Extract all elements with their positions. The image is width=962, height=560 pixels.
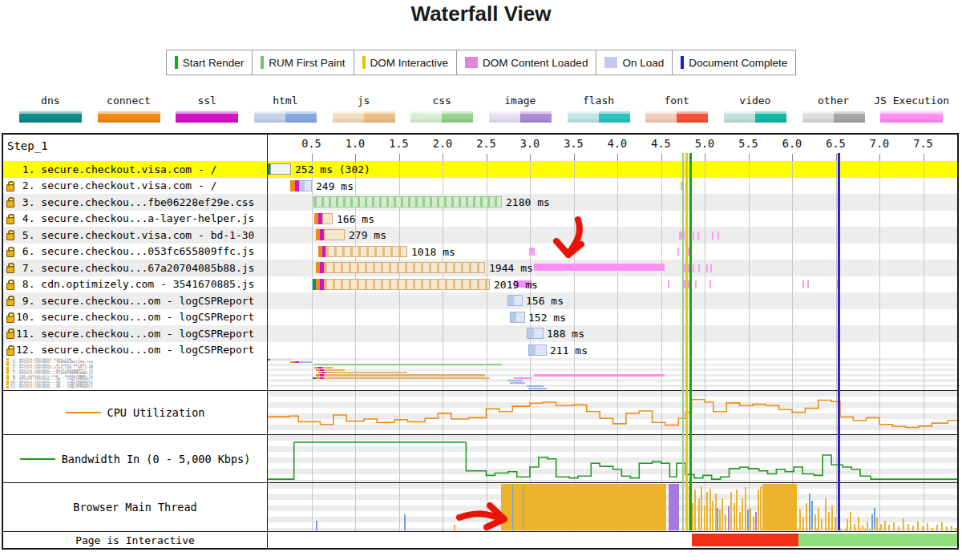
request-bars-plot: 252 ms (302)249 ms2180 ms166 ms279 ms101… xyxy=(268,161,957,358)
main-thread-block xyxy=(501,484,666,530)
request-row[interactable]: 2. secure.checkout.visa.com - / xyxy=(3,178,267,195)
request-label: 9. secure.checkou...om - logCSPReport xyxy=(16,295,254,307)
main-thread-block xyxy=(762,484,797,530)
condensed-bars xyxy=(268,358,957,390)
row-stripe xyxy=(268,161,957,178)
main-thread-spike xyxy=(864,529,866,530)
request-time-label: 1944 ms xyxy=(489,262,533,274)
request-row[interactable]: 5. secure.checkout.visa.com - bd-1-30 xyxy=(3,227,267,244)
lock-icon xyxy=(6,279,16,290)
waterfall-header: Step_1 0.51.01.52.02.53.03.54.04.55.05.5… xyxy=(3,135,957,161)
main-thread-spike xyxy=(745,487,746,530)
event-legend-item: DOM Interactive xyxy=(354,50,457,75)
type-legend-item: other xyxy=(794,93,873,123)
condensed-bar xyxy=(324,374,485,376)
axis-tick-label: 7.5 xyxy=(913,137,932,150)
dom-content-loaded-mark xyxy=(668,280,669,288)
main-thread-spike xyxy=(818,508,819,531)
type-legend-swatch-ssl xyxy=(176,111,238,123)
axis-tick-label: 3.0 xyxy=(520,137,540,150)
type-legend-item: font xyxy=(637,93,716,123)
request-time-label: 249 ms xyxy=(316,180,354,192)
main-thread-spike xyxy=(755,512,757,530)
main-thread-spike xyxy=(831,529,832,530)
event-legend-item: On Load xyxy=(596,50,672,75)
page-title: Waterfall View xyxy=(0,2,962,26)
main-thread-spike xyxy=(871,514,873,530)
axis-tick-mark xyxy=(879,154,880,161)
axis-tick-mark xyxy=(792,154,793,161)
main-thread-spike xyxy=(739,512,741,530)
axis-tick-mark xyxy=(574,154,575,161)
type-legend-label: flash xyxy=(583,93,614,109)
type-legend-swatch-image xyxy=(489,111,552,123)
dom-content-loaded-mark xyxy=(695,280,697,288)
main-thread-spike xyxy=(736,489,738,530)
dom-content-loaded-swatch xyxy=(465,57,478,68)
lock-icon-glyph xyxy=(6,233,14,240)
main-thread-spike xyxy=(706,492,708,530)
grid-line xyxy=(705,161,705,358)
request-time-label: 166 ms xyxy=(337,213,374,225)
type-legend-swatch-video xyxy=(724,111,786,123)
waterfall-bar-doc xyxy=(270,163,291,175)
main-thread-spike xyxy=(792,529,794,530)
axis-tick-label: 3.5 xyxy=(564,137,583,150)
request-row[interactable]: 1. secure.checkout.visa.com - / xyxy=(3,161,267,178)
type-legend-label: ssl xyxy=(197,93,216,109)
main-thread-spike xyxy=(850,512,851,530)
condensed-bar xyxy=(534,374,665,376)
grid-line xyxy=(792,161,793,358)
axis-tick-mark xyxy=(836,154,837,161)
waterfall-bar-js xyxy=(322,213,333,224)
request-row[interactable]: 12. secure.checkou...om - logCSPReport xyxy=(3,342,267,359)
request-row[interactable]: 7. secure.checkou...67a20704085b88.js xyxy=(3,260,267,276)
main-thread-spike xyxy=(694,489,696,530)
dom-content-loaded-mark xyxy=(697,232,699,240)
axis-tick-mark xyxy=(617,154,618,161)
request-row[interactable]: 9. secure.checkou...om - logCSPReport xyxy=(3,292,267,309)
bandwidth-label: Bandwidth In (0 - 5,000 Kbps) xyxy=(62,453,251,465)
type-legend-label: font xyxy=(665,93,689,109)
main-thread-spike xyxy=(869,529,871,530)
dom-content-loaded-mark xyxy=(838,182,839,190)
grid-line xyxy=(924,161,924,358)
type-legend-swatch-html xyxy=(254,111,317,123)
grid-line xyxy=(792,358,793,390)
main-thread-spike xyxy=(898,529,899,530)
main-thread-spike xyxy=(799,510,801,530)
request-row[interactable]: 11. secure.checkou...om - logCSPReport xyxy=(3,325,267,342)
on-load-swatch xyxy=(604,57,617,68)
main-thread-block xyxy=(669,484,679,530)
axis-tick-mark xyxy=(924,154,924,161)
step-label: Step_1 xyxy=(3,135,268,161)
axis-tick-label: 4.0 xyxy=(608,137,627,150)
dom-content-loaded-mark xyxy=(682,248,684,256)
main-thread-spike xyxy=(698,498,700,530)
request-row[interactable]: 10. secure.checkou...om - logCSPReport xyxy=(3,309,267,326)
request-row[interactable]: 6. secure.checkou...053fc655809ffc.js xyxy=(3,244,267,260)
condensed-bar xyxy=(528,388,547,389)
request-label: 4. secure.checkou...a-layer-helper.js xyxy=(16,212,254,224)
grid-line xyxy=(924,483,924,531)
lock-icon xyxy=(6,295,16,306)
axis-tick-label: 4.5 xyxy=(651,137,670,150)
type-legend-swatch-dns xyxy=(19,111,82,123)
main-thread-spike xyxy=(893,529,895,530)
condensed-bar xyxy=(510,382,525,384)
main-thread-spike xyxy=(753,517,754,530)
request-row[interactable]: 3. secure.checkou...fbe06228ef29e.css xyxy=(3,194,267,211)
condensed-bar xyxy=(322,367,333,369)
type-legend-item: ssl xyxy=(168,93,246,123)
request-row[interactable]: 8. cdn.optimizely.com - 3541670885.js xyxy=(3,276,267,293)
main-thread-spike xyxy=(879,529,880,530)
time-axis: 0.51.01.52.02.53.03.54.04.55.05.56.06.57… xyxy=(268,135,957,161)
request-rows-section: 1. secure.checkout.visa.com - / 2. secur… xyxy=(3,161,957,358)
condensed-bar xyxy=(324,377,490,379)
type-legend-label: dns xyxy=(41,93,59,109)
request-row[interactable]: 4. secure.checkou...a-layer-helper.js xyxy=(3,211,267,228)
main-thread-spike xyxy=(797,529,798,530)
event-legend: Start RenderRUM First PaintDOM Interacti… xyxy=(0,50,962,75)
grid-line xyxy=(487,483,487,531)
main-thread-spike xyxy=(512,485,513,530)
